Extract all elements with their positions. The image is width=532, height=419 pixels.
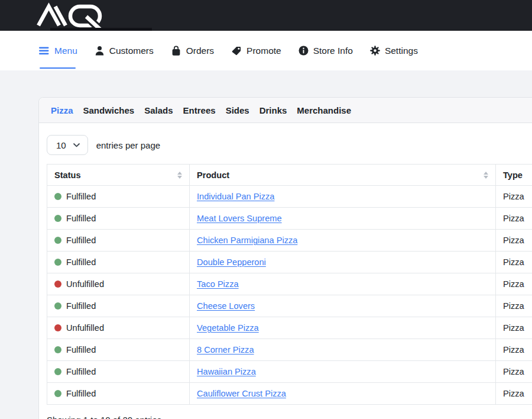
table-row: Unfulfilled Vegetable Pizza Pizza — [47, 317, 532, 339]
tab-entrees[interactable]: Entrees — [183, 105, 216, 115]
gear-icon — [370, 46, 380, 56]
entries-per-page-value: 10 — [56, 140, 66, 150]
table-row: Fulfilled 8 Corner Pizza Pizza — [47, 339, 532, 361]
status-label: Fulfilled — [66, 389, 96, 398]
product-link[interactable]: Cauliflower Crust Pizza — [197, 389, 286, 398]
chevron-down-icon — [73, 143, 80, 147]
product-link[interactable]: Meat Lovers Supreme — [197, 214, 282, 223]
product-link[interactable]: Taco Pizza — [197, 279, 239, 289]
person-icon — [95, 46, 105, 56]
primary-nav: Menu Customers Orders Promote — [0, 31, 532, 70]
status-label: Unfulfilled — [66, 323, 104, 333]
product-link[interactable]: Individual Pan Pizza — [197, 192, 274, 201]
type-cell: Pizza — [496, 230, 532, 252]
app-header — [0, 0, 532, 31]
type-cell: Pizza — [496, 186, 532, 208]
nav-item-label: Store Info — [313, 46, 353, 56]
product-link[interactable]: 8 Corner Pizza — [197, 345, 254, 354]
status-dot — [54, 193, 61, 200]
column-header-status[interactable]: Status — [47, 165, 190, 186]
table-header-row: Status Product Type — [47, 165, 532, 186]
category-tabs: Pizza Sandwiches Salads Entrees Sides Dr… — [39, 98, 532, 123]
product-link[interactable]: Chicken Parmigiana Pizza — [197, 236, 297, 245]
status-label: Unfulfilled — [66, 279, 104, 289]
status-label: Fulfilled — [66, 214, 96, 223]
table-row: Fulfilled Hawaiian Pizza Pizza — [47, 361, 532, 383]
tab-sandwiches[interactable]: Sandwiches — [83, 105, 135, 115]
type-cell: Pizza — [496, 208, 532, 230]
entries-per-page-select[interactable]: 10 — [47, 135, 88, 155]
tab-merchandise[interactable]: Merchandise — [297, 105, 351, 115]
tag-icon — [231, 46, 242, 56]
status-label: Fulfilled — [66, 236, 96, 245]
table-row: Unfulfilled Taco Pizza Pizza — [47, 273, 532, 295]
table-row: Fulfilled Double Pepperoni Pizza — [47, 252, 532, 273]
entries-per-page-row: 10 entries per page — [47, 135, 532, 155]
type-cell: Pizza — [496, 273, 532, 295]
status-label: Fulfilled — [66, 301, 96, 311]
tab-salads[interactable]: Salads — [144, 105, 173, 115]
products-table: Status Product Type Fulfilled — [47, 164, 532, 405]
product-link[interactable]: Vegetable Pizza — [197, 323, 259, 333]
nav-item-label: Orders — [186, 46, 214, 56]
type-cell: Pizza — [496, 317, 532, 339]
status-dot — [54, 324, 61, 331]
nav-item-customers[interactable]: Customers — [95, 31, 154, 70]
product-link[interactable]: Double Pepperoni — [197, 257, 266, 267]
tab-drinks[interactable]: Drinks — [259, 105, 287, 115]
column-header-product[interactable]: Product — [190, 165, 496, 186]
status-label: Fulfilled — [66, 345, 96, 354]
type-cell: Pizza — [496, 295, 532, 317]
nav-item-label: Settings — [385, 46, 418, 56]
status-dot — [54, 237, 61, 244]
table-row: Fulfilled Meat Lovers Supreme Pizza — [47, 208, 532, 230]
entries-per-page-label: entries per page — [96, 140, 160, 150]
nav-item-orders[interactable]: Orders — [171, 31, 214, 70]
nav-item-menu[interactable]: Menu — [39, 31, 77, 70]
info-circle-icon — [299, 46, 309, 56]
product-link[interactable]: Cheese Lovers — [197, 301, 255, 311]
panel-body: 10 entries per page Status Product — [39, 123, 532, 419]
status-dot — [54, 368, 61, 375]
status-dot — [54, 281, 61, 288]
hamburger-icon — [39, 47, 50, 55]
type-cell: Pizza — [496, 339, 532, 361]
brand-logo-icon[interactable] — [35, 1, 105, 31]
status-dot — [54, 259, 61, 266]
sort-icon — [177, 172, 182, 179]
sort-icon — [484, 172, 488, 179]
status-label: Fulfilled — [66, 367, 96, 376]
table-row: Fulfilled Chicken Parmigiana Pizza Pizza — [47, 230, 532, 252]
nav-item-store-info[interactable]: Store Info — [299, 31, 353, 70]
nav-item-label: Customers — [109, 46, 154, 56]
type-cell: Pizza — [496, 252, 532, 273]
table-row: Fulfilled Cauliflower Crust Pizza Pizza — [47, 383, 532, 405]
status-dot — [54, 215, 61, 222]
column-header-type[interactable]: Type — [496, 165, 532, 186]
products-panel: Pizza Sandwiches Salads Entrees Sides Dr… — [38, 97, 532, 419]
nav-item-label: Promote — [246, 46, 281, 56]
bag-icon — [171, 46, 181, 56]
status-label: Fulfilled — [66, 192, 96, 201]
status-dot — [54, 302, 61, 310]
nav-item-label: Menu — [54, 46, 77, 56]
table-row: Fulfilled Cheese Lovers Pizza — [47, 295, 532, 317]
nav-item-promote[interactable]: Promote — [231, 31, 281, 70]
table-info: Showing 1 to 10 of 20 entries — [47, 415, 532, 419]
type-cell: Pizza — [496, 383, 532, 405]
tab-pizza[interactable]: Pizza — [51, 105, 73, 115]
type-cell: Pizza — [496, 361, 532, 383]
nav-item-settings[interactable]: Settings — [370, 31, 418, 70]
product-link[interactable]: Hawaiian Pizza — [197, 367, 256, 376]
table-row: Fulfilled Individual Pan Pizza Pizza — [47, 186, 532, 208]
status-label: Fulfilled — [66, 257, 96, 267]
status-dot — [54, 346, 61, 353]
tab-sides[interactable]: Sides — [226, 105, 249, 115]
status-dot — [54, 390, 61, 397]
